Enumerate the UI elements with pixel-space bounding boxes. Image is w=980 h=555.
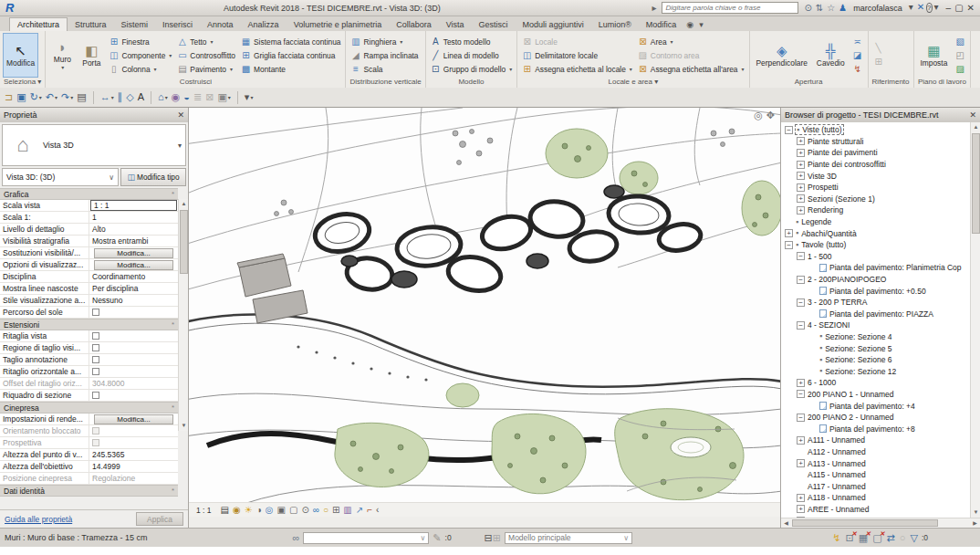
riquadro-di-sezione-checkbox[interactable] — [92, 392, 99, 399]
tree-item-200-piano-2-unnamed[interactable]: −200 PIANO 2 - Unnamed — [783, 412, 968, 424]
measure-icon[interactable]: ↔ — [100, 92, 110, 102]
porta-button[interactable]: ◧Porta — [78, 33, 105, 78]
drag-on-selection-icon[interactable]: ⇄ — [887, 533, 895, 543]
search-input[interactable] — [662, 2, 798, 14]
workplane-viewer-button[interactable]: ◰ — [953, 49, 967, 62]
tree-item-2-200pianoipogeo[interactable]: −2 - 200PIANOIPOGEO — [783, 274, 968, 286]
tree-item-aree-unnamed[interactable]: +AREE - Unnamed — [783, 504, 968, 516]
tree-item-piante-dei-pavimenti[interactable]: +Piante dei pavimenti — [783, 147, 968, 159]
tree-item-1-500[interactable]: −1 - 500 — [783, 251, 968, 263]
customize-qat-icon[interactable]: ▾ — [245, 92, 250, 102]
collapse-icon[interactable]: ‹ — [376, 506, 379, 515]
tab-sistemi[interactable]: Sistemi — [114, 18, 156, 31]
favorites-icon[interactable]: ☆ — [827, 4, 835, 13]
help-icon[interactable]: ? — [926, 3, 932, 13]
worksharing-display-icon[interactable]: ⊞ — [332, 506, 339, 515]
scala-button[interactable]: ≡Scala — [349, 62, 420, 76]
tetto-button[interactable]: △Tetto▾ — [175, 35, 237, 48]
close-properties-icon[interactable]: ✕ — [177, 110, 184, 120]
search-icon[interactable]: ⊙ — [804, 4, 811, 13]
property-value-livello-di-dettaglio[interactable]: Alto — [89, 224, 178, 235]
show-constraints-icon[interactable]: ⌐ — [367, 506, 372, 515]
tree-item-sezioni-sezione-1[interactable]: +Sezioni (Sezione 1) — [783, 194, 968, 205]
group-label-modello[interactable]: Modello — [426, 78, 516, 88]
gruppo-di-modello-button[interactable]: ⊡Gruppo di modello▾ — [429, 62, 514, 76]
tree-item-viste-tutto[interactable]: −▪Viste (tutto) — [783, 124, 968, 136]
browser-vertical-scrollbar[interactable]: ▲▼ — [970, 122, 980, 518]
modify-type-button[interactable]: ◫ Modifica tipo — [120, 168, 186, 186]
sync-icon[interactable]: ↻ — [30, 92, 38, 102]
expand-icon[interactable]: + — [797, 149, 805, 157]
collapse-icon[interactable]: − — [785, 241, 793, 249]
expand-icon[interactable]: + — [797, 459, 805, 467]
tab-architettura[interactable]: Architettura — [9, 17, 68, 31]
signed-in-user[interactable]: marcofalasca — [853, 4, 902, 13]
section-estensioni[interactable]: Estensioni* — [0, 319, 178, 330]
restore-icon[interactable]: ▢ — [954, 4, 963, 13]
tree-item-a115-unnamed[interactable]: A115 - Unnamed — [783, 469, 968, 481]
user-menu-caret-icon[interactable]: ▾ — [909, 3, 913, 12]
full-navigation-wheel-icon[interactable]: ◎ — [754, 110, 763, 120]
expand-icon[interactable]: + — [797, 183, 805, 192]
thin-lines-icon[interactable]: ≣ — [193, 92, 202, 102]
redo-icon[interactable]: ↷ — [61, 92, 69, 102]
text-icon[interactable]: A — [138, 92, 144, 102]
temporary-view-properties-icon[interactable]: ▥ — [343, 506, 351, 515]
property-value-offset-del-ritaglio-oriz[interactable]: 304.8000 — [89, 378, 178, 389]
instance-selector[interactable]: Vista 3D: (3D) ∨ — [2, 168, 119, 186]
tree-item-abachi-quantit[interactable]: +▪Abachi/Quantità — [783, 227, 968, 239]
tag-by-category-icon[interactable]: ◇ — [126, 92, 133, 102]
property-value-mostra-linee-nascoste[interactable]: Per disciplina — [89, 283, 178, 294]
search-expand-icon[interactable]: ▸ — [652, 4, 656, 13]
group-label-costruisci[interactable]: Costruisci — [46, 78, 345, 88]
dormer-opening-button[interactable]: ↯ — [850, 63, 865, 76]
select-links-icon[interactable]: ⊡✕ — [846, 533, 854, 543]
unlocked-view-icon[interactable]: ⊙ — [301, 506, 308, 515]
ribbon-options-icon[interactable]: ◉ — [686, 20, 693, 29]
property-value-visibilit-stratigrafia[interactable]: Mostra entrambi — [89, 236, 178, 246]
tree-item-a112-unnamed[interactable]: A112 - Unnamed — [783, 446, 968, 458]
close-icon[interactable]: ✕ — [967, 4, 975, 13]
tree-item-pianta-del-pavimento-planimetria-cop[interactable]: Pianta del pavimento: Planimetria Cop — [783, 262, 968, 274]
properties-scrollbar[interactable]: ▲▼ — [178, 199, 188, 431]
area-button[interactable]: ⊠Area▾ — [636, 35, 746, 48]
griglia-facciata-continua-button[interactable]: ⊞Griglia facciata continua — [239, 48, 342, 62]
filter-icon[interactable]: ▽ — [910, 533, 917, 543]
workplane-ref-button[interactable]: ▨ — [953, 63, 967, 76]
section-pin-icon[interactable]: * — [172, 190, 174, 198]
ringhiera-button[interactable]: ▥Ringhiera▾ — [349, 35, 420, 48]
tree-item-a111-unnamed[interactable]: +A111 - Unnamed — [783, 435, 968, 446]
save-icon[interactable]: ▣ — [16, 92, 26, 102]
workplane-show-button[interactable]: ▧ — [953, 36, 967, 48]
vertical-opening-button[interactable]: ◪ — [850, 49, 865, 62]
tree-item-legende[interactable]: ▪Legende — [783, 216, 968, 228]
property-value-scala-1[interactable]: 1 — [89, 212, 178, 223]
close-project-browser-icon[interactable]: ✕ — [969, 110, 976, 120]
tab-gestisci[interactable]: Gestisci — [472, 18, 516, 31]
sostituzioni-visibilit-modify-button[interactable]: Modifica... — [94, 248, 173, 258]
collapse-icon[interactable]: − — [797, 321, 805, 330]
wall-opening-button[interactable]: ≍ — [850, 36, 865, 48]
design-options-icon[interactable]: ⊞ — [493, 533, 501, 543]
apply-button[interactable]: Applica — [136, 512, 183, 526]
reveal-hidden-icon[interactable]: ○ — [323, 506, 328, 515]
pan-icon[interactable]: ✥ — [766, 110, 775, 120]
tree-item-viste-3d[interactable]: +Viste 3D — [783, 170, 968, 182]
active-workset-dropdown[interactable]: ∨ — [303, 532, 429, 544]
switch-windows-icon[interactable]: ▣ — [217, 92, 226, 102]
ribbon-cycle-icon[interactable]: ▾ — [699, 20, 704, 29]
pavimento-button[interactable]: ▤Pavimento▾ — [175, 62, 237, 76]
rampa-inclinata-button[interactable]: ◢Rampa inclinata — [349, 48, 420, 62]
crop-view-icon[interactable]: ▣ — [276, 506, 285, 515]
tree-item-6-1000[interactable]: +6 - 1000 — [783, 377, 968, 389]
impostazioni-di-rende-modify-button[interactable]: Modifica... — [94, 414, 173, 424]
tab-struttura[interactable]: Struttura — [68, 18, 114, 31]
user-icon[interactable]: ♟ — [839, 4, 847, 13]
design-options-active-icon[interactable]: ⊟ — [485, 533, 493, 543]
tree-item-prospetti[interactable]: +Prospetti — [783, 182, 968, 194]
render-icon[interactable]: ◉ — [172, 92, 181, 102]
assegna-etichetta-al-locale-button[interactable]: ⊞Assegna etichetta al locale▾ — [520, 62, 634, 76]
show-crop-icon[interactable]: ▢ — [289, 506, 297, 515]
section-pin-icon[interactable]: * — [172, 403, 174, 412]
expand-icon[interactable]: + — [797, 161, 805, 169]
